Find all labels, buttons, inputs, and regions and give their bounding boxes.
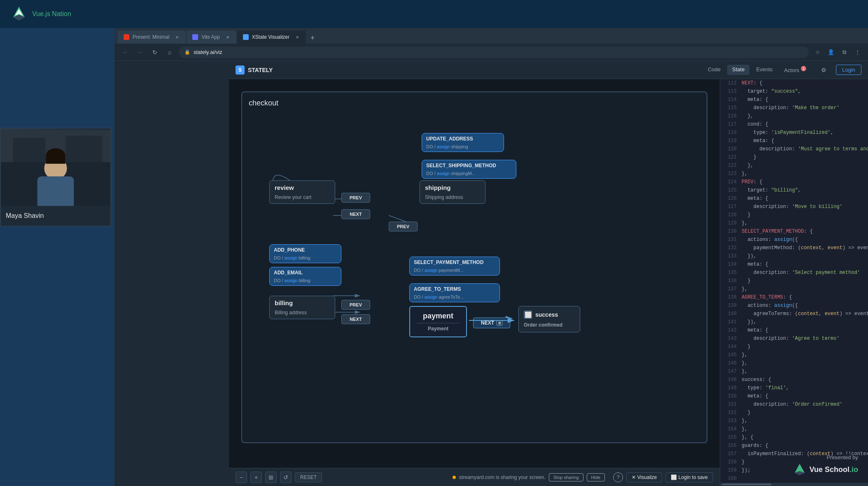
tab-close-xstate[interactable]: ✕: [294, 34, 300, 40]
success-desc: Order confirmed: [519, 320, 580, 332]
scrollbar[interactable]: [720, 483, 868, 486]
code-line-128: 128 }: [720, 211, 868, 219]
stop-sharing-button[interactable]: Stop sharing: [549, 473, 583, 481]
add-email-title: ADD_EMAIL: [270, 267, 341, 277]
code-line-150: 150 meta: {: [720, 392, 868, 400]
code-line-125: 125 target: "billing",: [720, 186, 868, 194]
stately-logo-icon: S: [236, 65, 245, 75]
home-button[interactable]: ⌂: [164, 47, 175, 58]
browser-tab-xstate[interactable]: XState Visualizer ✕: [237, 30, 306, 44]
canvas-wrapper: checkout: [229, 79, 720, 468]
add-phone-node: ADD_PHONE DO / assign billing: [269, 244, 341, 263]
tab-label-vite: Vite App: [201, 34, 219, 40]
code-line-119: 119 meta: {: [720, 137, 868, 145]
profile-icon[interactable]: 👤: [825, 47, 837, 58]
code-line-140: 140 agreeToTerms: (context, event) => ev…: [720, 310, 868, 318]
code-scroll[interactable]: 112NEXT: { 113 target: "success", 114 me…: [720, 79, 868, 483]
svg-rect-9: [37, 176, 74, 208]
agree-terms-title: AGREE_TO_TERMS: [410, 284, 499, 293]
vueschool-text: Vue School.io: [810, 465, 858, 474]
address-bar[interactable]: 🔒 stately.ai/viz: [179, 47, 809, 58]
refresh-button[interactable]: ↺: [280, 472, 292, 483]
tab-code[interactable]: Code: [703, 65, 726, 75]
billing-state: billing Billing address: [269, 296, 335, 319]
login-button[interactable]: Login: [836, 65, 861, 75]
gear-icon[interactable]: ⚙: [818, 64, 829, 76]
code-line-112: 112NEXT: {: [720, 79, 868, 87]
code-line-156: 156guards: {: [720, 442, 868, 450]
code-line-139: 139 actions: assign({: [720, 301, 868, 310]
review-state: review Review your cart: [269, 180, 335, 204]
diagram-title: checkout: [249, 99, 700, 107]
code-line-147: 147},: [720, 367, 868, 376]
svg-rect-5: [13, 138, 46, 162]
stately-logo: S STATELY: [236, 65, 273, 75]
payment-title: payment: [417, 312, 460, 320]
shipping-state: shipping Shipping address: [420, 180, 485, 204]
select-shipping-title: SELECT_SHIPPING_METHOD: [422, 160, 516, 170]
code-line-144: 144 }: [720, 343, 868, 351]
agree-terms-node: AGREE_TO_TERMS DO / assign agreeToTe...: [409, 283, 500, 302]
code-line-134: 134 meta: {: [720, 260, 868, 269]
visualize-button[interactable]: ✕ Visualize: [626, 472, 662, 482]
reload-button[interactable]: ↻: [149, 47, 161, 58]
svg-rect-6: [66, 136, 103, 162]
code-line-123: 123},: [720, 170, 868, 178]
reset-button[interactable]: RESET: [295, 472, 322, 482]
tab-state[interactable]: State: [727, 65, 749, 75]
scrollbar-thumb[interactable]: [722, 484, 771, 485]
code-line-127: 127 description: 'Move to billing': [720, 203, 868, 211]
prev-event-1[interactable]: PREV: [341, 193, 370, 203]
toolbar-right-buttons: ☆ 👤 ⧉ ⋮: [812, 47, 863, 58]
menu-icon[interactable]: ⋮: [852, 47, 863, 58]
zoom-out-button[interactable]: −: [236, 472, 247, 483]
hide-button[interactable]: Hide: [587, 473, 605, 481]
tab-close-present[interactable]: ✕: [174, 34, 180, 40]
code-line-152: 152 }: [720, 409, 868, 417]
code-line-122: 122 },: [720, 161, 868, 170]
tab-actors[interactable]: Actors 1: [779, 65, 811, 75]
canvas-area: checkout: [229, 79, 720, 486]
code-line-118: 118 type: 'isPaymentFinalized',: [720, 129, 868, 137]
code-line-117: 117 cond: {: [720, 120, 868, 129]
code-line-145: 145},: [720, 351, 868, 359]
browser-tab-vite[interactable]: Vite App ✕: [187, 30, 236, 44]
checkout-diagram: checkout: [241, 91, 707, 443]
presented-by: Presented by Vue School.io: [793, 454, 858, 476]
browser-toolbar: ← → ↻ ⌂ 🔒 stately.ai/viz ☆ 👤 ⧉ ⋮: [114, 44, 868, 61]
canvas-toolbar: − + ⊞ ↺ RESET streamyard.com is sharing …: [229, 468, 720, 486]
address-lock-icon: 🔒: [184, 49, 190, 55]
code-line-129: 129},: [720, 219, 868, 227]
stately-logo-text: STATELY: [248, 67, 273, 73]
update-address-title: UPDATE_ADDRESS: [422, 133, 504, 143]
help-button[interactable]: ?: [613, 472, 623, 482]
code-line-116: 116 },: [720, 112, 868, 120]
code-line-130: 130SELECT_PAYMENT_METHOD: {: [720, 227, 868, 236]
forward-button[interactable]: →: [134, 47, 146, 58]
prev-event-2[interactable]: PREV: [389, 222, 418, 231]
success-state-icon: ⬜: [524, 311, 532, 319]
zoom-in-button[interactable]: +: [250, 472, 262, 483]
extensions-icon[interactable]: ⧉: [838, 47, 850, 58]
code-line-138: 138AGREE_TO_TERMS: {: [720, 293, 868, 301]
fit-button[interactable]: ⊞: [265, 472, 277, 483]
browser-tab-present[interactable]: Present: Minimal ✕: [118, 30, 186, 44]
add-email-action: DO / assign billing: [270, 277, 341, 285]
next-event-3[interactable]: NEXT: [341, 314, 370, 324]
next-event-1[interactable]: NEXT: [341, 209, 370, 219]
bookmark-icon[interactable]: ☆: [812, 47, 824, 58]
tab-favicon-xstate: [243, 34, 249, 40]
vuejs-nation-logo: Vue.js Nation: [10, 5, 71, 23]
back-button[interactable]: ←: [119, 47, 131, 58]
stately-app: S STATELY Code State Events Actors 1 ⚙ L…: [229, 61, 868, 486]
code-line-141: 141 }),: [720, 318, 868, 326]
code-line-114: 114 meta: {: [720, 96, 868, 104]
tab-label-present: Present: Minimal: [133, 34, 169, 40]
login-save-button[interactable]: ⬜ Login to save: [665, 472, 713, 482]
update-address-node: UPDATE_ADDRESS DO / assign shipping: [422, 133, 504, 152]
prev-event-3[interactable]: PREV: [341, 300, 370, 310]
tab-events[interactable]: Events: [751, 65, 777, 75]
add-email-node: ADD_EMAIL DO / assign billing: [269, 267, 341, 286]
new-tab-button[interactable]: +: [307, 32, 318, 44]
tab-close-vite[interactable]: ✕: [225, 34, 231, 40]
